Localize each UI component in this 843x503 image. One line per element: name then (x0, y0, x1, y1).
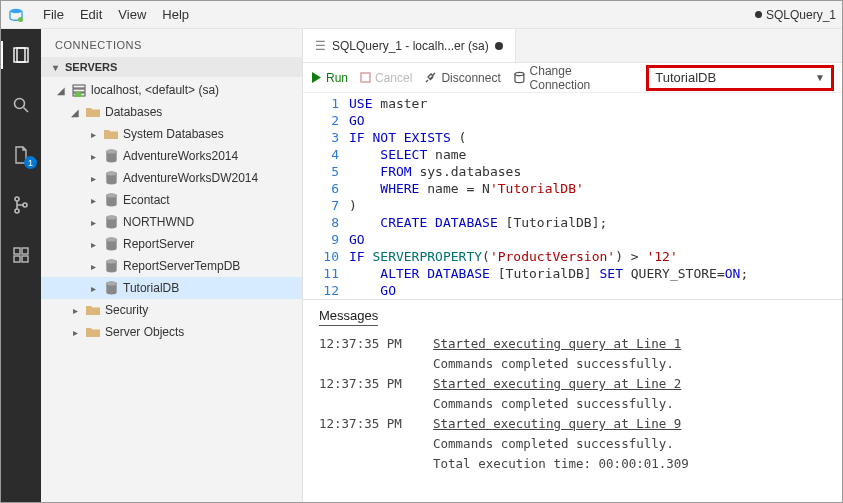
databases-label: Databases (105, 105, 162, 119)
message-row: Commands completed successfully. (319, 394, 826, 414)
chevron-right-icon: ▸ (87, 151, 99, 162)
tree-item-label: System Databases (123, 127, 224, 141)
server-objects-label: Server Objects (105, 325, 184, 339)
activity-bar: 1 (1, 29, 41, 502)
message-text: Commands completed successfully. (433, 434, 674, 454)
svg-point-6 (15, 197, 19, 201)
current-file-indicator: SQLQuery_1 (755, 8, 836, 22)
folder-icon (103, 126, 119, 142)
svg-point-7 (15, 209, 19, 213)
servers-section-header[interactable]: ▾ SERVERS (41, 57, 302, 77)
server-label: localhost, <default> (sa) (91, 83, 219, 97)
tab-label: SQLQuery_1 - localh...er (sa) (332, 39, 489, 53)
messages-title: Messages (319, 308, 378, 326)
activity-search[interactable] (1, 89, 41, 121)
chevron-right-icon: ▸ (87, 195, 99, 206)
database-dropdown-value: TutorialDB (655, 70, 716, 85)
svg-point-26 (106, 238, 116, 242)
security-folder[interactable]: ▸ Security (41, 299, 302, 321)
message-text: Total execution time: 00:00:01.309 (433, 454, 689, 474)
folder-icon (85, 302, 101, 318)
menubar: File Edit View Help SQLQuery_1 (1, 1, 842, 29)
svg-point-24 (106, 216, 116, 220)
message-timestamp: 12:37:35 PM (319, 374, 409, 394)
database-node[interactable]: ▸NORTHWND (41, 211, 302, 233)
app-logo-icon (7, 6, 25, 24)
message-link[interactable]: Started executing query at Line 1 (433, 334, 681, 354)
menu-file[interactable]: File (35, 3, 72, 26)
database-icon (103, 258, 119, 274)
system-databases-folder[interactable]: ▸System Databases (41, 123, 302, 145)
chevron-down-icon: ▼ (815, 72, 825, 83)
sidebar: CONNECTIONS ▾ SERVERS ◢ localhost, <defa… (41, 29, 303, 502)
server-node[interactable]: ◢ localhost, <default> (sa) (41, 79, 302, 101)
svg-rect-13 (73, 85, 85, 88)
database-icon (103, 170, 119, 186)
database-node[interactable]: ▸TutorialDB (41, 277, 302, 299)
code-editor[interactable]: 123456789101112 USE masterGOIF NOT EXIST… (303, 93, 842, 299)
activity-source-control[interactable] (1, 189, 41, 221)
chevron-right-icon: ▸ (87, 173, 99, 184)
servers-tree: ◢ localhost, <default> (sa) ◢ Databases … (41, 77, 302, 345)
database-node[interactable]: ▸Econtact (41, 189, 302, 211)
chevron-right-icon: ▸ (87, 217, 99, 228)
message-link[interactable]: Started executing query at Line 2 (433, 374, 681, 394)
database-icon (103, 236, 119, 252)
tree-item-label: Econtact (123, 193, 170, 207)
tree-item-label: AdventureWorks2014 (123, 149, 238, 163)
database-icon (103, 214, 119, 230)
svg-point-1 (18, 17, 23, 22)
menu-edit[interactable]: Edit (72, 3, 110, 26)
sidebar-title: CONNECTIONS (41, 29, 302, 57)
run-label: Run (326, 71, 348, 85)
activity-extensions[interactable] (1, 239, 41, 271)
svg-point-32 (515, 72, 524, 75)
dirty-dot-icon (755, 11, 762, 18)
database-dropdown[interactable]: TutorialDB ▼ (646, 65, 834, 91)
messages-panel: Messages 12:37:35 PMStarted executing qu… (303, 299, 842, 502)
message-timestamp: 12:37:35 PM (319, 414, 409, 434)
change-connection-button[interactable]: Change Connection (513, 64, 634, 92)
message-row: 12:37:35 PMStarted executing query at Li… (319, 374, 826, 394)
run-button[interactable]: Run (311, 71, 348, 85)
chevron-right-icon: ▸ (87, 283, 99, 294)
message-link[interactable]: Started executing query at Line 9 (433, 414, 681, 434)
message-timestamp (319, 454, 409, 474)
messages-list: 12:37:35 PMStarted executing query at Li… (319, 334, 826, 474)
menu-help[interactable]: Help (154, 3, 197, 26)
server-objects-folder[interactable]: ▸ Server Objects (41, 321, 302, 343)
svg-rect-14 (73, 89, 85, 92)
svg-point-30 (106, 282, 116, 286)
database-node[interactable]: ▸AdventureWorksDW2014 (41, 167, 302, 189)
current-file-label: SQLQuery_1 (766, 8, 836, 22)
database-node[interactable]: ▸AdventureWorks2014 (41, 145, 302, 167)
menu-view[interactable]: View (110, 3, 154, 26)
svg-point-4 (15, 99, 25, 109)
servers-label: SERVERS (65, 61, 117, 73)
chevron-right-icon: ▸ (69, 327, 81, 338)
editor-area: ☰ SQLQuery_1 - localh...er (sa) Run Canc… (303, 29, 842, 502)
code-lines[interactable]: USE masterGOIF NOT EXISTS ( SELECT name … (349, 95, 842, 299)
database-icon (103, 148, 119, 164)
message-timestamp (319, 354, 409, 374)
disconnect-button[interactable]: Disconnect (424, 71, 500, 85)
svg-point-0 (10, 8, 22, 12)
message-text: Commands completed successfully. (433, 394, 674, 414)
svg-rect-12 (22, 256, 28, 262)
message-text: Commands completed successfully. (433, 354, 674, 374)
activity-explorer[interactable]: 1 (1, 139, 41, 171)
disconnect-label: Disconnect (441, 71, 500, 85)
file-icon: ☰ (315, 39, 326, 53)
chevron-down-icon: ◢ (55, 85, 67, 96)
message-row: 12:37:35 PMStarted executing query at Li… (319, 414, 826, 434)
database-node[interactable]: ▸ReportServer (41, 233, 302, 255)
tab-dirty-dot-icon[interactable] (495, 42, 503, 50)
message-timestamp (319, 394, 409, 414)
database-node[interactable]: ▸ReportServerTempDB (41, 255, 302, 277)
activity-servers[interactable] (1, 39, 41, 71)
folder-icon (85, 324, 101, 340)
tab-sqlquery1[interactable]: ☰ SQLQuery_1 - localh...er (sa) (303, 29, 516, 62)
line-gutter: 123456789101112 (303, 95, 349, 299)
databases-folder[interactable]: ◢ Databases (41, 101, 302, 123)
chevron-right-icon: ▸ (87, 239, 99, 250)
